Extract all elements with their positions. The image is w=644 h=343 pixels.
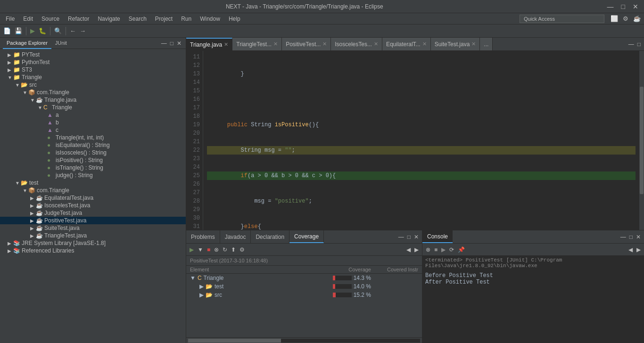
tree-item-com-triangle-test[interactable]: ▼ 📦 com.Triangle <box>0 187 186 194</box>
cov-row-src[interactable]: ▶ 📂 src 15.2 % <box>186 291 422 299</box>
perspective-icon[interactable]: ⬜ <box>609 14 619 23</box>
tree-item-pythontest[interactable]: ▶ 📁 PythonTest <box>0 58 186 66</box>
menu-run[interactable]: Run <box>177 15 195 23</box>
scroll-thumb[interactable] <box>640 87 644 194</box>
tree-item-triangle-class[interactable]: ▼ C Triangle <box>0 104 186 111</box>
tree-item-ctor[interactable]: ● Triangle(int, int, int) <box>0 134 186 141</box>
tree-item-triangle[interactable]: ▼ 📁 Triangle <box>0 74 186 81</box>
tab-more[interactable]: ... <box>480 38 493 50</box>
coverage-run-icon[interactable]: ▶ <box>188 245 195 254</box>
tab-problems[interactable]: Problems <box>186 230 220 243</box>
tab-equilateraltest[interactable]: EquilateralT... ✕ <box>382 38 431 50</box>
coverage-dropdown-icon[interactable]: ▼ <box>196 245 205 254</box>
maximize-button[interactable]: □ <box>619 3 627 10</box>
coverage-nav-right[interactable]: ▶ <box>413 245 420 254</box>
tree-item-triangle-java[interactable]: ▼ ☕ Triangle.java <box>0 96 186 104</box>
console-minimize-icon[interactable]: — <box>619 233 627 241</box>
tree-item-isIsosceles[interactable]: ● isIsosceles() : String <box>0 149 186 156</box>
menu-navigate[interactable]: Navigate <box>94 15 124 23</box>
tree-item-isEquilateral[interactable]: ● isEquilateral() : String <box>0 141 186 149</box>
tree-item-triangle-test[interactable]: ▶ ☕ TriangleTest.java <box>0 232 186 239</box>
tab-declaration[interactable]: Declaration <box>251 230 289 243</box>
tree-item-ref-lib[interactable]: ▶ 📚 Referenced Libraries <box>0 247 186 254</box>
run-icon[interactable]: ▶ <box>29 26 36 35</box>
coverage-nav-left[interactable]: ◀ <box>405 245 412 254</box>
tab-isoscelestest[interactable]: IsoscelesTes... ✕ <box>331 38 382 50</box>
coverage-clear-icon[interactable]: ⊗ <box>213 245 220 254</box>
tab-close-icon[interactable]: ✕ <box>422 41 427 47</box>
new-icon[interactable]: 📄 <box>2 26 12 35</box>
menu-edit[interactable]: Edit <box>19 15 37 23</box>
java-icon[interactable]: ☕ <box>632 14 642 23</box>
tab-suitetest[interactable]: SuiteTest.java ✕ <box>431 38 480 50</box>
coverage-settings-icon[interactable]: ⚙ <box>238 245 246 254</box>
tab-close-icon[interactable]: ✕ <box>273 41 278 47</box>
coverage-refresh-icon[interactable]: ↻ <box>221 245 229 254</box>
editor-scrollbar[interactable] <box>639 51 644 230</box>
tab-triangle-java[interactable]: Triangle.java ✕ <box>186 38 232 50</box>
tree-item-test[interactable]: ▼ 📂 test <box>0 179 186 187</box>
tab-close-icon[interactable]: ✕ <box>224 41 228 48</box>
save-icon[interactable]: 💾 <box>13 26 24 35</box>
tree-item-equilateral-test[interactable]: ▶ ☕ EquilateralTest.java <box>0 194 186 202</box>
menu-help[interactable]: Help <box>225 15 244 23</box>
tree-item-isosceles-test[interactable]: ▶ ☕ IsoscelesTest.java <box>0 202 186 209</box>
coverage-minimize-icon[interactable]: — <box>397 233 405 241</box>
coverage-maximize-icon[interactable]: □ <box>406 233 412 241</box>
back-icon[interactable]: ← <box>68 26 77 35</box>
tree-item-suite-test[interactable]: ▶ ☕ SuiteTest.java <box>0 224 186 232</box>
menu-search[interactable]: Search <box>125 15 150 23</box>
tab-close-icon[interactable]: ✕ <box>374 41 378 47</box>
forward-icon[interactable]: → <box>78 26 87 35</box>
cov-row-triangle[interactable]: ▼ C Triangle 14.3 % <box>186 274 422 282</box>
tree-item-judge-test[interactable]: ▶ ☕ JudgeTest.java <box>0 209 186 217</box>
console-nav-right[interactable]: ▶ <box>635 245 642 254</box>
close-button[interactable]: ✕ <box>631 3 640 10</box>
console-clear-icon[interactable]: ⊗ <box>424 245 432 254</box>
tab-package-explorer[interactable]: Package Explorer <box>3 38 51 49</box>
tree-item-field-b[interactable]: ▲ b <box>0 119 186 126</box>
tree-item-jre[interactable]: ▶ 📚 JRE System Library [JavaSE-1.8] <box>0 239 186 247</box>
coverage-hscrollbar[interactable] <box>186 337 422 343</box>
tree-item-field-c[interactable]: ▲ c <box>0 126 186 134</box>
tree-item-positive-test[interactable]: ▶ ☕ PositiveTest.java <box>0 217 186 224</box>
console-nav-left[interactable]: ◀ <box>627 245 634 254</box>
maximize-panel-icon[interactable]: □ <box>169 39 175 48</box>
tree-item-field-a[interactable]: ▲ a <box>0 111 186 119</box>
h-scroll-thumb[interactable] <box>188 339 281 343</box>
tree-item-isTriangle[interactable]: ● isTriangle() : String <box>0 164 186 172</box>
editor-minimize-icon[interactable]: — <box>627 40 636 49</box>
console-maximize-icon[interactable]: □ <box>628 233 634 241</box>
console-scroll-lock-icon[interactable]: ⟳ <box>448 245 455 254</box>
search-icon[interactable]: 🔍 <box>53 26 63 35</box>
tab-triangletest[interactable]: TriangleTest... ✕ <box>232 38 282 50</box>
console-stop-icon[interactable]: ■ <box>433 245 439 254</box>
tree-item-src[interactable]: ▼ 📂 src <box>0 81 186 89</box>
tree-item-judge[interactable]: ● judge() : String <box>0 172 186 179</box>
minimize-button[interactable]: — <box>605 3 616 10</box>
tree-item-st3[interactable]: ▶ 📁 ST3 <box>0 66 186 74</box>
debug-icon[interactable]: 🐛 <box>37 26 48 35</box>
tree-item-pytest[interactable]: ▶ 📁 PYTest <box>0 51 186 58</box>
menu-source[interactable]: Source <box>38 15 63 23</box>
minimize-panel-icon[interactable]: — <box>160 39 168 48</box>
tab-coverage[interactable]: Coverage <box>289 230 324 243</box>
coverage-stop-icon[interactable]: ■ <box>206 245 212 254</box>
editor-content[interactable]: 11 12 13 14 15 16 17 18 19 20 21 22 23 2… <box>186 51 644 230</box>
tab-junit[interactable]: JUnit <box>51 38 71 49</box>
coverage-close-icon[interactable]: ✕ <box>413 233 420 241</box>
cov-row-test[interactable]: ▶ 📂 test 14.0 % <box>186 282 422 291</box>
menu-refactor[interactable]: Refactor <box>64 15 93 23</box>
tab-close-icon[interactable]: ✕ <box>322 41 327 47</box>
console-pin-icon[interactable]: 📌 <box>456 245 466 254</box>
close-panel-icon[interactable]: ✕ <box>175 39 183 48</box>
quick-access-input[interactable]: Quick Access <box>520 15 604 23</box>
tab-javadoc[interactable]: Javadoc <box>220 230 251 243</box>
menu-window[interactable]: Window <box>196 15 224 23</box>
menu-file[interactable]: File <box>2 15 18 23</box>
console-run-icon[interactable]: ▶ <box>440 245 447 254</box>
tab-positivetest[interactable]: PositiveTest... ✕ <box>282 38 331 50</box>
code-editor[interactable]: } public String isPositive(){ String msg… <box>203 51 639 230</box>
menu-project[interactable]: Project <box>151 15 176 23</box>
tree-item-isPositive[interactable]: ● isPositive() : String <box>0 156 186 164</box>
